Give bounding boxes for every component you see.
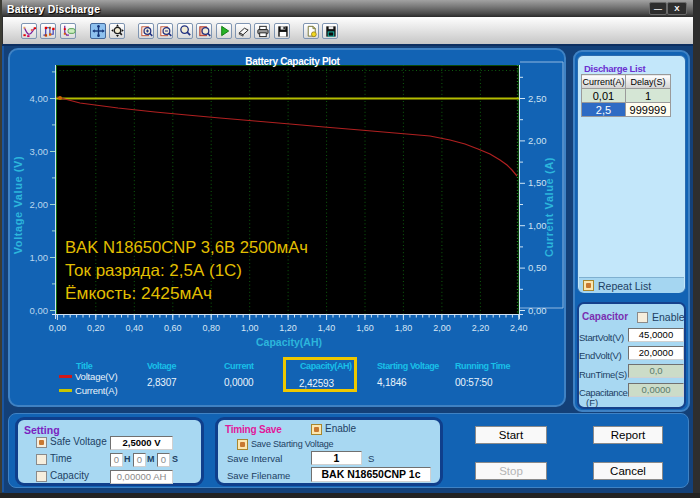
svg-text:1,00: 1,00 [30, 252, 49, 263]
svg-text:1,40: 1,40 [318, 323, 336, 333]
svg-text:Battery Capacity Plot: Battery Capacity Plot [245, 56, 340, 67]
svg-text:Ёмкость: 2425мАч: Ёмкость: 2425мАч [65, 284, 212, 302]
svg-text:0,80: 0,80 [202, 323, 220, 333]
svg-text:BAK N18650CNP 3,6В 2500мАч: BAK N18650CNP 3,6В 2500мАч [65, 238, 308, 256]
svg-text:0,00: 0,00 [30, 305, 49, 316]
svg-text:0,40: 0,40 [126, 323, 144, 333]
svg-text:0,60: 0,60 [164, 323, 182, 333]
svg-text:2,50: 2,50 [528, 93, 547, 104]
svg-text:1,00: 1,00 [241, 323, 259, 333]
svg-text:1,80: 1,80 [395, 323, 413, 333]
svg-text:2,00: 2,00 [528, 135, 547, 146]
svg-text:0,20: 0,20 [87, 323, 105, 333]
svg-text:Voltage Value (V): Voltage Value (V) [12, 156, 24, 255]
svg-text:2,00: 2,00 [433, 323, 451, 333]
svg-text:2,20: 2,20 [472, 323, 490, 333]
svg-text:0,00: 0,00 [49, 323, 67, 333]
svg-text:1,20: 1,20 [279, 323, 297, 333]
svg-text:1,60: 1,60 [356, 323, 374, 333]
svg-text:Current Value (A): Current Value (A) [543, 157, 555, 257]
svg-text:3,00: 3,00 [30, 146, 49, 157]
svg-text:4,00: 4,00 [30, 93, 49, 104]
svg-text:Ток разряда: 2,5А (1С): Ток разряда: 2,5А (1С) [65, 261, 242, 279]
svg-text:0,00: 0,00 [528, 305, 547, 316]
svg-text:2,00: 2,00 [30, 199, 49, 210]
svg-text:2,40: 2,40 [510, 323, 528, 333]
svg-text:0,50: 0,50 [528, 262, 547, 273]
svg-text:Capacity(AH): Capacity(AH) [256, 336, 322, 348]
